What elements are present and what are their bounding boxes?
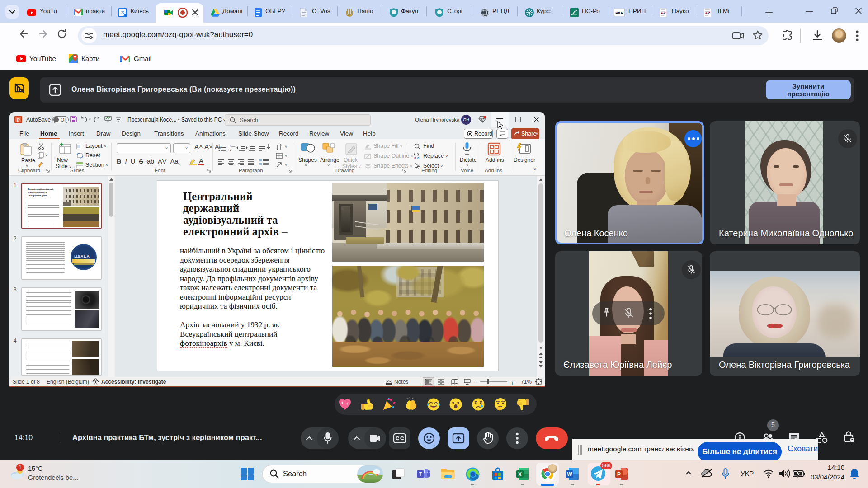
svg-text:2—: 2— (230, 148, 235, 152)
svg-text:W: W (567, 471, 572, 478)
svg-text:3: 3 (121, 10, 124, 15)
svg-text:P: P (17, 117, 20, 122)
svg-text:c: c (417, 156, 420, 160)
svg-text:T: T (419, 471, 422, 477)
svg-text:X: X (518, 471, 522, 478)
svg-text:P: P (617, 471, 621, 478)
svg-text:РКР: РКР (615, 11, 623, 15)
svg-text:b: b (414, 156, 416, 160)
